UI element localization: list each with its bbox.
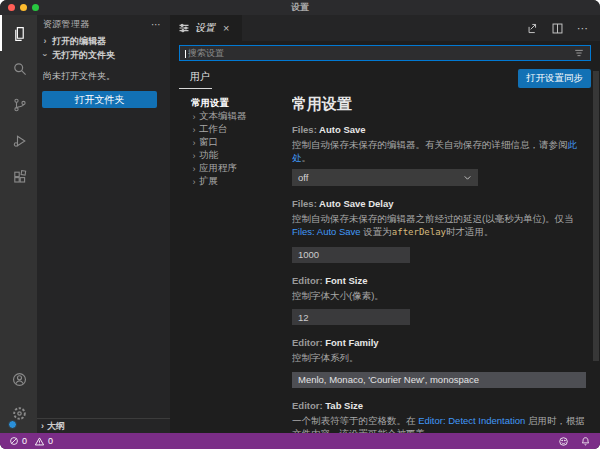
desc-text: 控制自动保存未保存的编辑器。有关自动保存的详细信息，请参阅 (292, 139, 568, 150)
toc-item[interactable]: ›窗口 (189, 136, 292, 149)
toc-item[interactable]: ›文本编辑器 (189, 110, 292, 123)
warning-icon (34, 436, 45, 447)
setting-link[interactable]: Editor: Detect Indentation (418, 415, 525, 426)
close-tab-icon[interactable]: × (223, 23, 229, 34)
desc-text: 一个制表符等于的空格数。在 (292, 415, 418, 426)
run-debug-icon[interactable] (0, 123, 37, 159)
tab-bar: 设置 × ⋯ (170, 15, 600, 41)
account-icon[interactable] (0, 361, 37, 397)
extensions-icon[interactable] (0, 159, 37, 195)
workbench: 资源管理器 ⋯ › 打开的编辑器 › 无打开的文件夹 尚未打开文件夹。 打开文件… (0, 15, 600, 433)
setting-description: 控制自动保存未保存的编辑器。有关自动保存的详细信息，请参阅此处。 (292, 138, 586, 164)
open-settings-json-icon[interactable] (525, 22, 538, 35)
chevron-right-icon: › (189, 112, 199, 122)
toc-item-label: 文本编辑器 (199, 110, 247, 123)
setting-name: Font Family (325, 337, 378, 348)
more-actions-icon[interactable]: ⋯ (577, 22, 589, 35)
setting-label: Files: Auto Save (292, 124, 586, 135)
setting-input[interactable] (292, 372, 586, 388)
source-control-icon[interactable] (0, 87, 37, 123)
toc-item[interactable]: ›功能 (189, 149, 292, 162)
problems-status[interactable]: 0 0 (9, 436, 53, 447)
toc-item[interactable]: ›工作台 (189, 123, 292, 136)
desc-text: 。 (302, 152, 312, 163)
update-badge (8, 420, 17, 429)
toc-item[interactable]: ›应用程序 (189, 162, 292, 175)
toc-item-label: 常用设置 (191, 97, 229, 110)
explorer-icon[interactable] (0, 15, 37, 51)
toc-item-label: 窗口 (199, 136, 218, 149)
open-folder-button[interactable]: 打开文件夹 (42, 91, 157, 108)
settings-editor: 用户 打开设置同步 常用设置›文本编辑器›工作台›窗口›功能›应用程序›扩展 常… (170, 41, 600, 433)
scrollbar-thumb[interactable] (593, 71, 599, 361)
setting-select[interactable]: off (292, 169, 478, 186)
setting-name: Auto Save Delay (319, 198, 393, 209)
toc-item[interactable]: ›扩展 (189, 175, 292, 188)
setting-category: Files: (292, 124, 319, 135)
setting-name: Auto Save (319, 124, 365, 135)
settings-gear-icon[interactable] (0, 397, 37, 433)
chevron-right-icon: › (41, 421, 44, 431)
tab-user-settings[interactable]: 用户 (179, 68, 212, 89)
setting-category: Editor: (292, 275, 325, 286)
setting-group: Editor: Font Family控制字体系列。 (292, 337, 586, 388)
no-folder-section[interactable]: › 无打开的文件夹 (37, 48, 170, 62)
editor-area: 设置 × ⋯ (170, 15, 600, 433)
settings-sync-button[interactable]: 打开设置同步 (518, 69, 591, 88)
select-value: off (298, 172, 308, 183)
outline-label: 大纲 (47, 420, 65, 433)
open-editors-section[interactable]: › 打开的编辑器 (37, 34, 170, 48)
toc-item[interactable]: 常用设置 (189, 97, 292, 110)
setting-group: Files: Auto Save Delay控制自动保存未保存的编辑器之前经过的… (292, 198, 586, 263)
views-more-actions-icon[interactable]: ⋯ (151, 19, 162, 30)
settings-group-heading: 常用设置 (292, 95, 586, 114)
settings-search-input[interactable] (185, 48, 573, 58)
setting-description: 控制字体系列。 (292, 351, 586, 364)
setting-category: Editor: (292, 400, 325, 411)
tab-settings[interactable]: 设置 × (170, 15, 242, 41)
error-count: 0 (22, 436, 27, 446)
outline-section[interactable]: › 大纲 (37, 418, 170, 433)
chevron-right-icon: › (189, 125, 199, 135)
setting-category: Editor: (292, 337, 325, 348)
settings-list: Files: Auto Save控制自动保存未保存的编辑器。有关自动保存的详细信… (292, 124, 586, 433)
chevron-down-icon (463, 173, 472, 182)
error-icon (9, 436, 19, 446)
setting-label: Editor: Font Family (292, 337, 586, 348)
setting-name: Tab Size (325, 400, 363, 411)
setting-group: Files: Auto Save控制自动保存未保存的编辑器。有关自动保存的详细信… (292, 124, 586, 186)
empty-folder-text: 尚未打开文件夹。 (37, 62, 170, 82)
desc-text: 控制字体系列。 (292, 352, 359, 363)
setting-input[interactable] (292, 309, 410, 325)
setting-label: Files: Auto Save Delay (292, 198, 586, 209)
settings-sliders-icon (178, 22, 190, 34)
setting-description: 控制字体大小(像素)。 (292, 289, 586, 302)
filter-icon[interactable] (573, 47, 585, 59)
toc-item-label: 扩展 (199, 175, 218, 188)
setting-label: Editor: Tab Size (292, 400, 586, 411)
status-bar: 0 0 (0, 433, 600, 449)
toc-item-label: 工作台 (199, 123, 228, 136)
chevron-right-icon: › (189, 151, 199, 161)
chevron-right-icon: › (189, 138, 199, 148)
chevron-right-icon: › (189, 164, 199, 174)
settings-list-pane: 常用设置 Files: Auto Save控制自动保存未保存的编辑器。有关自动保… (292, 94, 600, 433)
split-editor-icon[interactable] (551, 22, 564, 35)
setting-input[interactable] (292, 247, 410, 263)
feedback-smiley-icon[interactable] (558, 436, 569, 447)
chevron-down-icon: › (40, 51, 50, 59)
desc-text: 控制字体大小(像素)。 (292, 290, 384, 301)
title-bar: 设置 (0, 0, 600, 15)
setting-description: 控制自动保存未保存的编辑器之前经过的延迟(以毫秒为单位)。仅当 Files: A… (292, 212, 586, 239)
setting-link[interactable]: Files: Auto Save (292, 226, 361, 237)
explorer-sidebar: 资源管理器 ⋯ › 打开的编辑器 › 无打开的文件夹 尚未打开文件夹。 打开文件… (37, 15, 170, 433)
settings-content: 常用设置›文本编辑器›工作台›窗口›功能›应用程序›扩展 常用设置 Files:… (170, 94, 600, 433)
setting-description: 一个制表符等于的空格数。在 Editor: Detect Indentation… (292, 414, 586, 434)
warning-count: 0 (48, 436, 53, 446)
toc-item-label: 应用程序 (199, 162, 237, 175)
setting-code: afterDelay (392, 227, 446, 237)
setting-group: Editor: Font Size控制字体大小(像素)。 (292, 275, 586, 326)
setting-category: Files: (292, 198, 319, 209)
notifications-bell-icon[interactable] (580, 436, 591, 447)
search-icon[interactable] (0, 51, 37, 87)
